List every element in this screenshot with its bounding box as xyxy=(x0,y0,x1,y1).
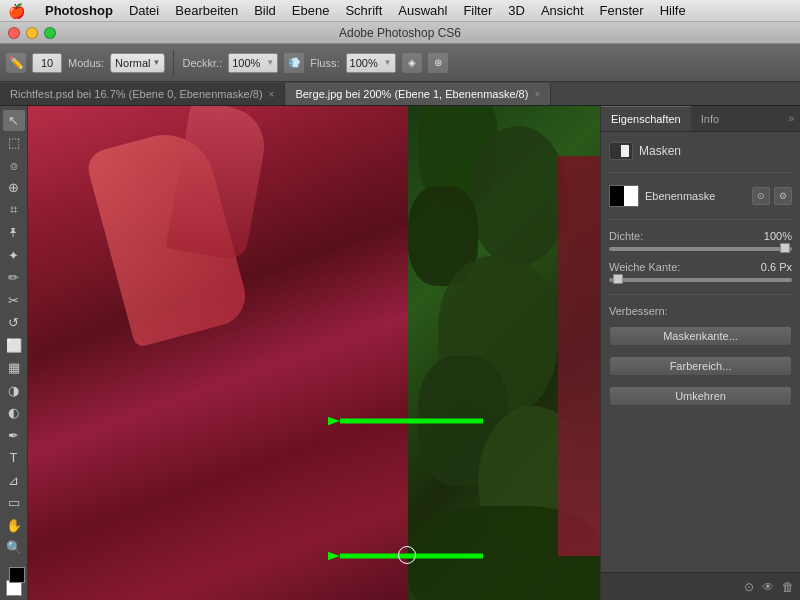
blur-tool-button[interactable]: ◑ xyxy=(3,380,25,401)
eraser-tool-button[interactable]: ⬜ xyxy=(3,335,25,356)
mode-value: Normal xyxy=(115,57,150,69)
menu-auswahl[interactable]: Auswahl xyxy=(390,0,455,21)
apple-logo-icon: 🍎 xyxy=(8,3,25,19)
toolbar-separator xyxy=(173,50,174,76)
mask-options-icon[interactable]: ⚙ xyxy=(774,187,792,205)
panel-tab-bar: Eigenschaften Info » xyxy=(601,106,800,132)
tab-richtfest-label: Richtfest.psd bei 16.7% (Ebene 0, Ebenen… xyxy=(10,88,263,100)
weiche-kante-slider-track[interactable] xyxy=(609,278,792,282)
trash-icon[interactable]: 🗑 xyxy=(782,580,794,594)
smooth-icon[interactable]: ⊛ xyxy=(428,53,448,73)
dichte-slider-track[interactable] xyxy=(609,247,792,251)
ebenenmaske-icon-buttons: ⊙ ⚙ xyxy=(752,187,792,205)
mode-dropdown[interactable]: Normal ▼ xyxy=(110,53,165,73)
eyedropper-tool-button[interactable]: 🖈 xyxy=(3,223,25,244)
window-controls xyxy=(8,27,56,39)
hand-tool-button[interactable]: ✋ xyxy=(3,515,25,536)
flow-label: Fluss: xyxy=(310,57,339,69)
tab-eigenschaften-label: Eigenschaften xyxy=(611,113,681,125)
maskenkante-button[interactable]: Maskenkante... xyxy=(609,326,792,346)
airbrush-icon[interactable]: 💨 xyxy=(284,53,304,73)
farbereich-button[interactable]: Farbereich... xyxy=(609,356,792,376)
maximize-button[interactable] xyxy=(44,27,56,39)
foreground-color-swatch[interactable] xyxy=(9,567,25,583)
marquee-tool-button[interactable]: ⬚ xyxy=(3,133,25,154)
history-brush-tool-button[interactable]: ↺ xyxy=(3,313,25,334)
tab-berge[interactable]: Berge.jpg bei 200% (Ebene 1, Ebenenmaske… xyxy=(285,83,551,105)
menu-hilfe[interactable]: Hilfe xyxy=(652,0,694,21)
verbessern-row: Verbessern: xyxy=(609,305,792,317)
weiche-kante-slider-thumb[interactable] xyxy=(613,274,623,284)
quick-select-tool-button[interactable]: ⊕ xyxy=(3,178,25,199)
brush-tool-button[interactable]: ✏ xyxy=(3,268,25,289)
brush-cursor xyxy=(398,546,416,564)
target-icon[interactable]: ⊙ xyxy=(744,580,754,594)
tab-info[interactable]: Info xyxy=(691,106,729,131)
flow-input[interactable]: 100% ▼ xyxy=(346,53,396,73)
green-section xyxy=(408,106,600,600)
menu-photoshop[interactable]: Photoshop xyxy=(37,0,121,21)
dichte-property: Dichte: 100% xyxy=(609,230,792,253)
foliage-2 xyxy=(468,126,568,266)
eye-icon[interactable]: 👁 xyxy=(762,580,774,594)
masken-title: Masken xyxy=(639,144,681,158)
crop-tool-button[interactable]: ⌗ xyxy=(3,200,25,221)
tablet-pressure-icon[interactable]: ◈ xyxy=(402,53,422,73)
opacity-input[interactable]: 100% ▼ xyxy=(228,53,278,73)
dodge-tool-button[interactable]: ◐ xyxy=(3,403,25,424)
brush-size-input[interactable]: 10 xyxy=(32,53,62,73)
verbessern-label: Verbessern: xyxy=(609,305,668,317)
gradient-tool-button[interactable]: ▦ xyxy=(3,358,25,379)
move-tool-button[interactable]: ↖ xyxy=(3,110,25,131)
close-button[interactable] xyxy=(8,27,20,39)
properties-panel: Eigenschaften Info » Masken Ebenenmaske xyxy=(600,106,800,600)
menu-datei[interactable]: Datei xyxy=(121,0,167,21)
mask-to-selection-icon[interactable]: ⊙ xyxy=(752,187,770,205)
tab-berge-label: Berge.jpg bei 200% (Ebene 1, Ebenenmaske… xyxy=(295,88,528,100)
menu-fenster[interactable]: Fenster xyxy=(592,0,652,21)
lasso-tool-button[interactable]: ⌾ xyxy=(3,155,25,176)
spot-heal-tool-button[interactable]: ✦ xyxy=(3,245,25,266)
brush-tool-icon[interactable]: ✏️ xyxy=(6,53,26,73)
arrow-1-container xyxy=(328,401,528,441)
umkehren-button[interactable]: Umkehren xyxy=(609,386,792,406)
document-tab-bar: Richtfest.psd bei 16.7% (Ebene 0, Ebenen… xyxy=(0,82,800,106)
panel-content-area: Masken Ebenenmaske ⊙ ⚙ Dichte: 100% xyxy=(601,132,800,572)
window-title: Adobe Photoshop CS6 xyxy=(339,26,461,40)
text-tool-button[interactable]: T xyxy=(3,448,25,469)
menu-bar: 🍎 Photoshop Datei Bearbeiten Bild Ebene … xyxy=(0,0,800,22)
title-bar: Adobe Photoshop CS6 xyxy=(0,22,800,44)
shape-tool-button[interactable]: ▭ xyxy=(3,493,25,514)
opacity-arrow-icon: ▼ xyxy=(266,58,274,67)
tab-richtfest-close-icon[interactable]: × xyxy=(269,89,275,100)
weiche-kante-label: Weiche Kante: xyxy=(609,261,680,273)
menu-bearbeiten[interactable]: Bearbeiten xyxy=(167,0,246,21)
flow-arrow-icon: ▼ xyxy=(384,58,392,67)
mode-dropdown-arrow-icon: ▼ xyxy=(153,58,161,67)
menu-ansicht[interactable]: Ansicht xyxy=(533,0,592,21)
menu-ebene[interactable]: Ebene xyxy=(284,0,338,21)
panel-divider-1 xyxy=(609,172,792,173)
canvas-area[interactable] xyxy=(28,106,600,600)
zoom-tool-button[interactable]: 🔍 xyxy=(3,538,25,559)
pen-tool-button[interactable]: ✒ xyxy=(3,425,25,446)
menu-3d[interactable]: 3D xyxy=(500,0,533,21)
right-fabric xyxy=(558,156,600,556)
mask-icon xyxy=(609,142,633,160)
panel-expand-icon[interactable]: » xyxy=(788,113,794,124)
panel-footer: ⊙ 👁 🗑 xyxy=(601,572,800,600)
menu-bild[interactable]: Bild xyxy=(246,0,284,21)
panel-divider-2 xyxy=(609,219,792,220)
options-toolbar: ✏️ 10 Modus: Normal ▼ Deckkr.: 100% ▼ 💨 … xyxy=(0,44,800,82)
tab-berge-close-icon[interactable]: × xyxy=(534,89,540,100)
dichte-slider-thumb[interactable] xyxy=(780,243,790,253)
ebenenmaske-thumbnail xyxy=(609,185,639,207)
tab-eigenschaften[interactable]: Eigenschaften xyxy=(601,106,691,131)
path-select-tool-button[interactable]: ⊿ xyxy=(3,470,25,491)
clone-stamp-tool-button[interactable]: ✂ xyxy=(3,290,25,311)
menu-filter[interactable]: Filter xyxy=(455,0,500,21)
tab-richtfest[interactable]: Richtfest.psd bei 16.7% (Ebene 0, Ebenen… xyxy=(0,83,285,105)
menu-schrift[interactable]: Schrift xyxy=(337,0,390,21)
minimize-button[interactable] xyxy=(26,27,38,39)
flow-value: 100% xyxy=(350,57,378,69)
